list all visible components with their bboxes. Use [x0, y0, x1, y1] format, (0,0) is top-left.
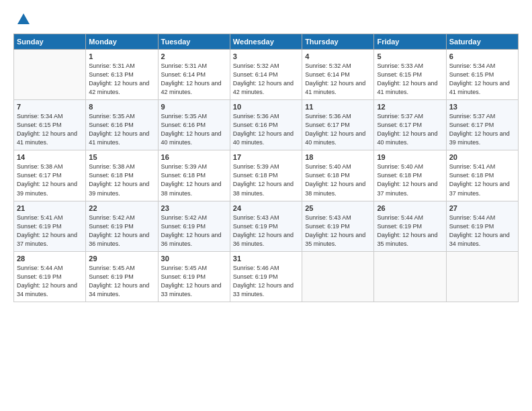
- day-number: 31: [233, 255, 299, 263]
- cell-info: Sunrise: 5:37 AMSunset: 6:17 PMDaylight:…: [449, 113, 510, 146]
- cell-info: Sunrise: 5:44 AMSunset: 6:19 PMDaylight:…: [377, 214, 437, 247]
- day-number: 30: [161, 255, 227, 263]
- header-day: Monday: [86, 34, 158, 50]
- day-number: 13: [449, 103, 515, 111]
- calendar-cell: [374, 251, 446, 302]
- cell-info: Sunrise: 5:42 AMSunset: 6:19 PMDaylight:…: [89, 214, 149, 247]
- day-number: 19: [377, 153, 443, 161]
- day-number: 17: [233, 153, 299, 161]
- cell-info: Sunrise: 5:39 AMSunset: 6:18 PMDaylight:…: [233, 163, 294, 196]
- calendar-cell: 28Sunrise: 5:44 AMSunset: 6:19 PMDayligh…: [14, 251, 86, 302]
- cell-info: Sunrise: 5:45 AMSunset: 6:19 PMDaylight:…: [161, 265, 222, 298]
- calendar-cell: 26Sunrise: 5:44 AMSunset: 6:19 PMDayligh…: [374, 201, 446, 251]
- cell-info: Sunrise: 5:40 AMSunset: 6:18 PMDaylight:…: [377, 163, 437, 196]
- calendar-cell: 6Sunrise: 5:34 AMSunset: 6:15 PMDaylight…: [446, 50, 518, 100]
- calendar-cell: 25Sunrise: 5:43 AMSunset: 6:19 PMDayligh…: [302, 201, 374, 251]
- cell-info: Sunrise: 5:31 AMSunset: 6:14 PMDaylight:…: [161, 62, 222, 95]
- calendar-cell: 9Sunrise: 5:35 AMSunset: 6:16 PMDaylight…: [158, 100, 230, 150]
- cell-info: Sunrise: 5:36 AMSunset: 6:17 PMDaylight:…: [305, 113, 365, 146]
- cell-info: Sunrise: 5:41 AMSunset: 6:18 PMDaylight:…: [449, 163, 510, 196]
- calendar-cell: 4Sunrise: 5:32 AMSunset: 6:14 PMDaylight…: [302, 50, 374, 100]
- cell-info: Sunrise: 5:43 AMSunset: 6:19 PMDaylight:…: [305, 214, 365, 247]
- cell-info: Sunrise: 5:31 AMSunset: 6:13 PMDaylight:…: [89, 62, 149, 95]
- cell-info: Sunrise: 5:40 AMSunset: 6:18 PMDaylight:…: [305, 163, 365, 196]
- header-day: Wednesday: [230, 34, 302, 50]
- day-number: 28: [17, 255, 83, 263]
- calendar-week-row: 21Sunrise: 5:41 AMSunset: 6:19 PMDayligh…: [14, 201, 519, 251]
- calendar-cell: 7Sunrise: 5:34 AMSunset: 6:15 PMDaylight…: [14, 100, 86, 150]
- calendar-cell: 21Sunrise: 5:41 AMSunset: 6:19 PMDayligh…: [14, 201, 86, 251]
- calendar-table: SundayMondayTuesdayWednesdayThursdayFrid…: [13, 34, 519, 302]
- page-header: [13, 12, 519, 27]
- calendar-cell: 23Sunrise: 5:42 AMSunset: 6:19 PMDayligh…: [158, 201, 230, 251]
- cell-info: Sunrise: 5:35 AMSunset: 6:16 PMDaylight:…: [161, 113, 222, 146]
- cell-info: Sunrise: 5:44 AMSunset: 6:19 PMDaylight:…: [17, 265, 77, 298]
- day-number: 16: [161, 153, 227, 161]
- calendar-cell: 17Sunrise: 5:39 AMSunset: 6:18 PMDayligh…: [230, 150, 302, 201]
- header-day: Tuesday: [158, 34, 230, 50]
- day-number: 12: [377, 103, 443, 111]
- cell-info: Sunrise: 5:42 AMSunset: 6:19 PMDaylight:…: [161, 214, 222, 247]
- logo: [13, 12, 32, 27]
- calendar-cell: 20Sunrise: 5:41 AMSunset: 6:18 PMDayligh…: [446, 150, 518, 201]
- calendar-cell: [446, 251, 518, 302]
- calendar-cell: 31Sunrise: 5:46 AMSunset: 6:19 PMDayligh…: [230, 251, 302, 302]
- day-number: 22: [89, 204, 154, 212]
- day-number: 6: [449, 52, 515, 60]
- calendar-cell: 11Sunrise: 5:36 AMSunset: 6:17 PMDayligh…: [302, 100, 374, 150]
- day-number: 7: [17, 103, 83, 111]
- cell-info: Sunrise: 5:37 AMSunset: 6:17 PMDaylight:…: [377, 113, 437, 146]
- cell-info: Sunrise: 5:45 AMSunset: 6:19 PMDaylight:…: [89, 265, 149, 298]
- calendar-cell: 12Sunrise: 5:37 AMSunset: 6:17 PMDayligh…: [374, 100, 446, 150]
- day-number: 15: [89, 153, 154, 161]
- day-number: 1: [89, 52, 154, 60]
- calendar-cell: 10Sunrise: 5:36 AMSunset: 6:16 PMDayligh…: [230, 100, 302, 150]
- day-number: 27: [449, 204, 515, 212]
- calendar-cell: 3Sunrise: 5:32 AMSunset: 6:14 PMDaylight…: [230, 50, 302, 100]
- calendar-cell: 18Sunrise: 5:40 AMSunset: 6:18 PMDayligh…: [302, 150, 374, 201]
- day-number: 24: [233, 204, 299, 212]
- cell-info: Sunrise: 5:46 AMSunset: 6:19 PMDaylight:…: [233, 265, 294, 298]
- calendar-page: SundayMondayTuesdayWednesdayThursdayFrid…: [0, 0, 532, 411]
- cell-info: Sunrise: 5:32 AMSunset: 6:14 PMDaylight:…: [233, 62, 294, 95]
- calendar-cell: [302, 251, 374, 302]
- cell-info: Sunrise: 5:39 AMSunset: 6:18 PMDaylight:…: [161, 163, 222, 196]
- cell-info: Sunrise: 5:35 AMSunset: 6:16 PMDaylight:…: [89, 113, 149, 146]
- calendar-cell: 29Sunrise: 5:45 AMSunset: 6:19 PMDayligh…: [86, 251, 158, 302]
- cell-info: Sunrise: 5:34 AMSunset: 6:15 PMDaylight:…: [17, 113, 77, 146]
- calendar-cell: 15Sunrise: 5:38 AMSunset: 6:18 PMDayligh…: [86, 150, 158, 201]
- day-number: 4: [305, 52, 371, 60]
- calendar-cell: 24Sunrise: 5:43 AMSunset: 6:19 PMDayligh…: [230, 201, 302, 251]
- header-day: Saturday: [446, 34, 518, 50]
- day-number: 5: [377, 52, 443, 60]
- cell-info: Sunrise: 5:32 AMSunset: 6:14 PMDaylight:…: [305, 62, 365, 95]
- day-number: 21: [17, 204, 83, 212]
- cell-info: Sunrise: 5:38 AMSunset: 6:18 PMDaylight:…: [89, 163, 149, 196]
- day-number: 25: [305, 204, 371, 212]
- day-number: 18: [305, 153, 371, 161]
- cell-info: Sunrise: 5:44 AMSunset: 6:19 PMDaylight:…: [449, 214, 510, 247]
- header-day: Sunday: [14, 34, 86, 50]
- day-number: 8: [89, 103, 154, 111]
- calendar-cell: 8Sunrise: 5:35 AMSunset: 6:16 PMDaylight…: [86, 100, 158, 150]
- calendar-cell: 16Sunrise: 5:39 AMSunset: 6:18 PMDayligh…: [158, 150, 230, 201]
- day-number: 14: [17, 153, 83, 161]
- day-number: 10: [233, 103, 299, 111]
- calendar-cell: 5Sunrise: 5:33 AMSunset: 6:15 PMDaylight…: [374, 50, 446, 100]
- day-number: 11: [305, 103, 371, 111]
- header-row: SundayMondayTuesdayWednesdayThursdayFrid…: [14, 34, 519, 50]
- calendar-week-row: 7Sunrise: 5:34 AMSunset: 6:15 PMDaylight…: [14, 100, 519, 150]
- cell-info: Sunrise: 5:43 AMSunset: 6:19 PMDaylight:…: [233, 214, 294, 247]
- header-day: Friday: [374, 34, 446, 50]
- calendar-cell: 22Sunrise: 5:42 AMSunset: 6:19 PMDayligh…: [86, 201, 158, 251]
- day-number: 3: [233, 52, 299, 60]
- calendar-cell: 2Sunrise: 5:31 AMSunset: 6:14 PMDaylight…: [158, 50, 230, 100]
- cell-info: Sunrise: 5:36 AMSunset: 6:16 PMDaylight:…: [233, 113, 294, 146]
- calendar-cell: 1Sunrise: 5:31 AMSunset: 6:13 PMDaylight…: [86, 50, 158, 100]
- cell-info: Sunrise: 5:41 AMSunset: 6:19 PMDaylight:…: [17, 214, 77, 247]
- calendar-week-row: 28Sunrise: 5:44 AMSunset: 6:19 PMDayligh…: [14, 251, 519, 302]
- logo-icon: [16, 12, 31, 27]
- day-number: 20: [449, 153, 515, 161]
- calendar-week-row: 1Sunrise: 5:31 AMSunset: 6:13 PMDaylight…: [14, 50, 519, 100]
- calendar-cell: 14Sunrise: 5:38 AMSunset: 6:17 PMDayligh…: [14, 150, 86, 201]
